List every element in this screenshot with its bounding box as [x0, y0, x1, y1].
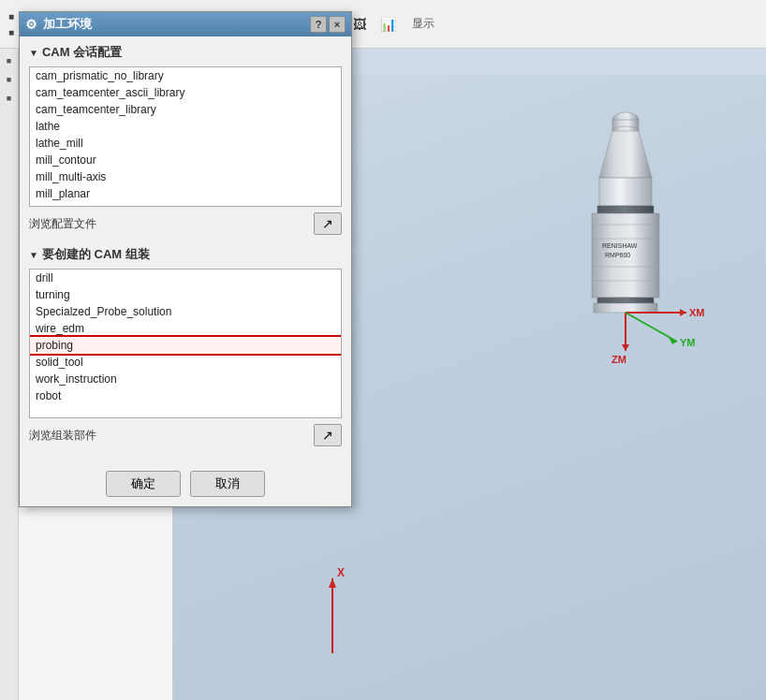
- config-list-item[interactable]: lathe: [30, 118, 341, 135]
- ok-button[interactable]: 确定: [106, 471, 181, 497]
- svg-text:RMP600: RMP600: [605, 252, 630, 258]
- section1-header: ▼ CAM 会话配置: [29, 44, 342, 61]
- config-list-item[interactable]: cam_prismatic_no_library: [30, 67, 341, 84]
- browse-config-row: 浏览配置文件 ↗: [29, 212, 342, 235]
- section2-header: ▼ 要创建的 CAM 组装: [29, 246, 342, 263]
- svg-marker-3: [599, 131, 652, 178]
- assembly-list-item[interactable]: solid_tool: [30, 354, 341, 371]
- dialog-footer: 确定 取消: [20, 465, 351, 506]
- svg-rect-13: [597, 298, 654, 303]
- tool-3d-model: RENISHAW RMP600 XM ZM YM: [541, 103, 710, 421]
- sidebar-icon-strip: ■ ■ ■: [0, 49, 19, 700]
- svg-text:RENISHAW: RENISHAW: [602, 242, 638, 249]
- config-list[interactable]: cam_prismatic_no_librarycam_teamcenter_a…: [29, 66, 342, 207]
- svg-rect-14: [594, 303, 657, 313]
- svg-text:X: X: [337, 566, 345, 579]
- svg-text:YM: YM: [680, 337, 696, 348]
- browse-assembly-row: 浏览组装部件 ↗: [29, 424, 342, 446]
- config-list-item[interactable]: cam_teamcenter_ascii_library: [30, 84, 341, 101]
- assembly-list-item[interactable]: drill: [30, 270, 341, 286]
- sidebar-btn-1[interactable]: ■: [1, 52, 18, 69]
- cancel-button[interactable]: 取消: [190, 471, 265, 497]
- display-icon-2[interactable]: 📊: [375, 11, 401, 37]
- config-list-item[interactable]: mill_contour: [30, 152, 341, 168]
- svg-rect-4: [599, 178, 652, 206]
- section2-label: 要创建的 CAM 组装: [42, 246, 150, 263]
- config-list-item[interactable]: mill_multi-axis: [30, 168, 341, 185]
- svg-text:ZM: ZM: [611, 354, 626, 365]
- dialog-title: 加工环境: [43, 16, 92, 33]
- dialog-close-btn[interactable]: ×: [329, 16, 346, 33]
- browse-assembly-btn[interactable]: ↗: [314, 424, 342, 446]
- assembly-list-item[interactable]: Specialzed_Probe_solution: [30, 303, 341, 320]
- assembly-list[interactable]: drillturningSpecialzed_Probe_solutionwir…: [29, 269, 342, 418]
- assembly-list-item[interactable]: wire_edm: [30, 320, 341, 337]
- config-list-item[interactable]: mill_planar: [30, 185, 341, 202]
- toolbar-icon-2[interactable]: ■: [4, 24, 19, 39]
- browse-config-btn[interactable]: ↗: [314, 212, 342, 235]
- svg-line-21: [626, 313, 677, 342]
- browse-config-label: 浏览配置文件: [29, 216, 96, 232]
- assembly-list-item[interactable]: work_instruction: [30, 371, 341, 387]
- dialog-body: ▼ CAM 会话配置 cam_prismatic_no_librarycam_t…: [20, 36, 351, 465]
- display-label: 显示: [412, 16, 435, 32]
- sidebar-btn-2[interactable]: ■: [1, 71, 18, 88]
- bottom-x-axis: X: [295, 560, 370, 672]
- dialog-help-btn[interactable]: ?: [310, 16, 327, 33]
- config-list-item[interactable]: cam_teamcenter_library: [30, 101, 341, 118]
- browse-assembly-label: 浏览组装部件: [29, 428, 96, 444]
- config-list-item[interactable]: lathe_mill: [30, 135, 341, 152]
- dialog-gear-icon: ⚙: [25, 17, 37, 32]
- svg-rect-5: [597, 206, 654, 213]
- assembly-list-item[interactable]: probing: [30, 337, 341, 354]
- cam-dialog: ⚙ 加工环境 ? × ▼ CAM 会话配置 cam_prismatic_no_l…: [19, 11, 352, 507]
- assembly-list-item[interactable]: robot: [30, 387, 341, 404]
- assembly-list-item[interactable]: turning: [30, 286, 341, 303]
- svg-text:XM: XM: [689, 307, 705, 318]
- section1-arrow: ▼: [29, 48, 38, 58]
- section2-arrow: ▼: [29, 250, 38, 260]
- dialog-titlebar[interactable]: ⚙ 加工环境 ? ×: [20, 12, 351, 36]
- svg-marker-25: [329, 578, 336, 588]
- svg-marker-19: [622, 344, 629, 351]
- section1-label: CAM 会话配置: [42, 44, 122, 61]
- svg-marker-16: [680, 309, 686, 316]
- toolbar-icon-1[interactable]: ■: [4, 8, 19, 23]
- sidebar-btn-3[interactable]: ■: [1, 90, 18, 107]
